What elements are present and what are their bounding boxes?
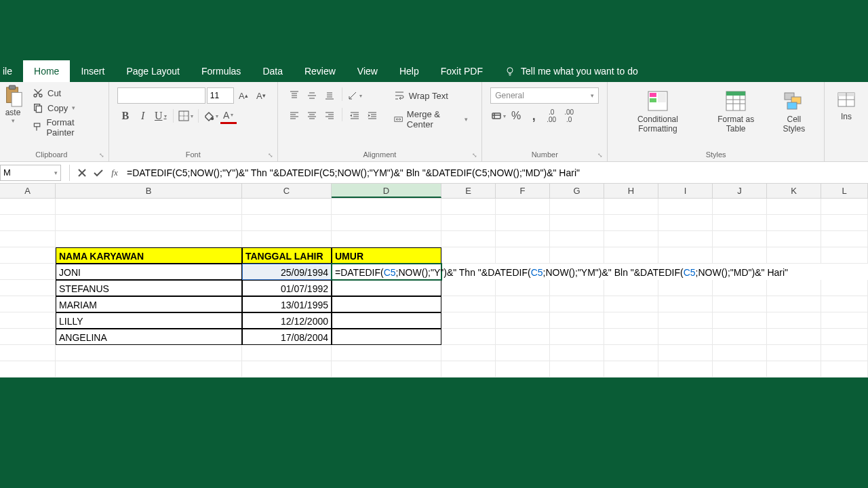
tell-me-search[interactable]: Tell me what you want to do xyxy=(494,60,649,82)
merge-center-button[interactable]: Merge & Center ▾ xyxy=(391,106,471,132)
accounting-format-button[interactable]: ▾ xyxy=(490,108,507,124)
cell-umur-header[interactable]: UMUR xyxy=(332,247,441,264)
group-font: A▴ A▾ B I U▾ ▾ ▾ A▾ xyxy=(109,82,278,161)
wrap-text-button[interactable]: Wrap Text xyxy=(391,87,471,104)
copy-button[interactable]: Copy ▾ xyxy=(31,101,100,115)
font-size-select[interactable] xyxy=(207,87,234,104)
align-right-button[interactable] xyxy=(321,108,338,124)
col-header-K[interactable]: K xyxy=(767,184,821,198)
col-header-D[interactable]: D xyxy=(332,184,441,198)
number-format-select[interactable]: General ▾ xyxy=(490,87,599,104)
increase-decimal-button[interactable]: .0.00 xyxy=(543,108,559,124)
comma-button[interactable]: , xyxy=(526,108,542,124)
enter-formula-button[interactable] xyxy=(90,165,106,181)
cell-date[interactable]: 25/09/1994 xyxy=(242,264,332,280)
font-color-button[interactable]: A▾ xyxy=(220,108,237,124)
underline-button[interactable]: U▾ xyxy=(153,108,169,124)
col-header-A[interactable]: A xyxy=(0,184,56,198)
cell-date[interactable]: 13/01/1995 xyxy=(242,296,332,312)
decrease-font-button[interactable]: A▾ xyxy=(253,87,269,104)
orientation-button[interactable]: ▾ xyxy=(347,87,363,104)
borders-button[interactable]: ▾ xyxy=(178,108,194,124)
copy-icon xyxy=(33,102,43,113)
col-header-G[interactable]: G xyxy=(550,184,604,198)
cell-tanggal-lahir-header[interactable]: TANGGAL LAHIR xyxy=(242,247,332,264)
tab-foxit-pdf[interactable]: Foxit PDF xyxy=(430,60,494,82)
grid-row xyxy=(0,345,868,361)
fill-color-button[interactable]: ▾ xyxy=(203,108,219,124)
col-header-J[interactable]: J xyxy=(713,184,767,198)
tab-view[interactable]: View xyxy=(347,60,389,82)
font-name-select[interactable] xyxy=(117,87,205,104)
cell-name[interactable]: STEFANUS xyxy=(56,280,242,296)
align-bottom-button[interactable] xyxy=(321,87,338,104)
italic-button[interactable]: I xyxy=(135,108,151,124)
formula-input[interactable] xyxy=(123,165,868,181)
svg-rect-12 xyxy=(492,113,500,119)
tab-review[interactable]: Review xyxy=(294,60,347,82)
merge-icon xyxy=(394,114,403,125)
tab-file[interactable]: ile xyxy=(0,60,23,82)
cell-date[interactable]: 01/07/1992 xyxy=(242,280,332,296)
decrease-indent-button[interactable] xyxy=(347,108,363,124)
align-center-button[interactable] xyxy=(304,108,320,124)
col-header-E[interactable]: E xyxy=(441,184,496,198)
tab-insert[interactable]: Insert xyxy=(70,60,115,82)
bold-button[interactable]: B xyxy=(117,108,134,124)
tab-home[interactable]: Home xyxy=(23,60,70,82)
insert-function-button[interactable]: fx xyxy=(106,165,123,181)
svg-rect-21 xyxy=(787,102,797,109)
bucket-icon xyxy=(203,110,214,121)
inline-formula-edit[interactable]: =DATEDIF(C5;NOW();"Y")&" Thn "&DATEDIF(C… xyxy=(332,264,788,281)
col-header-I[interactable]: I xyxy=(658,184,713,198)
check-icon xyxy=(93,167,104,178)
col-header-H[interactable]: H xyxy=(604,184,658,198)
increase-indent-button[interactable] xyxy=(364,108,380,124)
svg-rect-8 xyxy=(34,123,39,127)
svg-rect-15 xyxy=(650,98,656,102)
tell-me-label: Tell me what you want to do xyxy=(521,66,638,77)
align-middle-button[interactable] xyxy=(304,87,320,104)
table-row: MARIAM 13/01/1995 xyxy=(0,296,868,312)
paintbrush-icon xyxy=(33,122,42,133)
align-top-button[interactable] xyxy=(286,87,302,104)
format-painter-button[interactable]: Format Painter xyxy=(31,116,100,139)
cell-name[interactable]: JONI xyxy=(56,264,242,280)
name-box[interactable]: M ▾ xyxy=(0,165,61,181)
formula-bar: M ▾ fx xyxy=(0,162,868,184)
cancel-formula-button[interactable] xyxy=(74,165,90,181)
percent-button[interactable]: % xyxy=(508,108,524,124)
tab-data[interactable]: Data xyxy=(252,60,294,82)
format-as-table-button[interactable]: Format as Table xyxy=(705,87,767,136)
col-header-C[interactable]: C xyxy=(242,184,332,198)
cell-name[interactable]: ANGELINA xyxy=(56,329,242,345)
decrease-decimal-button[interactable]: .00.0 xyxy=(561,108,577,124)
table-header-row: NAMA KARYAWAN TANGGAL LAHIR UMUR xyxy=(0,247,868,264)
tab-formulas[interactable]: Formulas xyxy=(191,60,252,82)
tab-page-layout[interactable]: Page Layout xyxy=(115,60,191,82)
alignment-launcher[interactable]: ⤡ xyxy=(472,152,480,160)
cut-button[interactable]: Cut xyxy=(31,86,100,100)
col-header-F[interactable]: F xyxy=(496,184,550,198)
cell-nama-karyawan-header[interactable]: NAMA KARYAWAN xyxy=(56,247,242,264)
col-header-B[interactable]: B xyxy=(56,184,242,198)
tab-help[interactable]: Help xyxy=(389,60,430,82)
wrap-text-icon xyxy=(394,90,405,101)
increase-font-button[interactable]: A▴ xyxy=(235,87,252,104)
conditional-formatting-button[interactable]: Conditional Formatting xyxy=(616,87,699,136)
font-launcher[interactable]: ⤡ xyxy=(268,152,276,160)
cell-date[interactable]: 12/12/2000 xyxy=(242,312,332,329)
insert-cells-button[interactable]: Ins xyxy=(830,85,863,160)
cell-styles-button[interactable]: Cell Styles xyxy=(772,87,816,136)
cell-name[interactable]: MARIAM xyxy=(56,296,242,312)
number-launcher[interactable]: ⤡ xyxy=(597,152,606,160)
cell-date[interactable]: 17/08/2004 xyxy=(242,329,332,345)
group-label-clipboard: Clipboard xyxy=(0,149,103,160)
format-table-icon xyxy=(724,89,748,113)
paste-button[interactable]: aste ▾ xyxy=(0,85,26,149)
cell-name[interactable]: LILLY xyxy=(56,312,242,329)
cell-umur-editing[interactable]: =DATEDIF(C5;NOW();"Y")&" Thn "&DATEDIF(C… xyxy=(332,264,441,280)
align-left-button[interactable] xyxy=(286,108,302,124)
col-header-L[interactable]: L xyxy=(821,184,868,198)
clipboard-launcher[interactable]: ⤡ xyxy=(99,152,107,160)
